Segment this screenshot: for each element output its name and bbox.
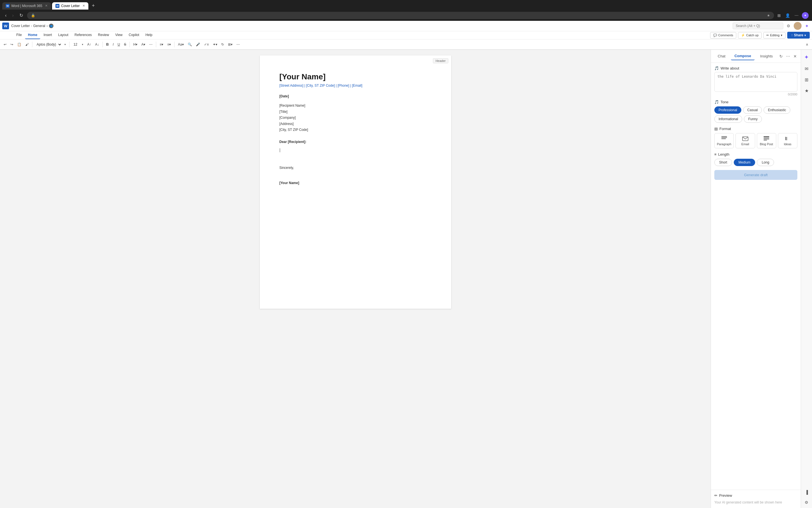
tab-cover[interactable]: W Cover Letter ✕ (52, 2, 88, 9)
tone-professional[interactable]: Professional (714, 107, 741, 114)
catchup-button[interactable]: ⚡ Catch up (738, 32, 762, 39)
copilot-top-button[interactable]: ✦ (804, 22, 810, 30)
italic-button[interactable]: I (111, 42, 115, 47)
settings-button[interactable]: ⚙ (785, 23, 792, 29)
menu-copilot[interactable]: Copilot (126, 31, 142, 39)
side-icons: ✦ ✉ ⊞ ★ ▐ ⚙ (801, 50, 812, 508)
reuse-button[interactable]: ↻ (220, 42, 225, 47)
font-increase-button[interactable]: A↑ (86, 42, 93, 47)
shared-icon: 👥 (49, 24, 53, 28)
tone-casual[interactable]: Casual (743, 107, 762, 114)
copilot-tab-insights[interactable]: Insights (757, 52, 776, 60)
font-color-button[interactable]: A▾ (140, 42, 146, 47)
new-tab-button[interactable]: + (89, 2, 97, 10)
menu-review[interactable]: Review (95, 31, 112, 39)
tab-word[interactable]: W Word | Microsoft 365 ✕ (2, 2, 51, 9)
redo-button[interactable]: ↪ (9, 42, 15, 47)
menu-help[interactable]: Help (143, 31, 155, 39)
extensions-button[interactable]: ⊞ (776, 12, 782, 19)
clipboard-button[interactable]: 📋 (16, 42, 23, 47)
menu-view[interactable]: View (112, 31, 125, 39)
tab-word-close[interactable]: ✕ (45, 4, 48, 8)
back-button[interactable]: ‹ (3, 12, 8, 19)
length-medium[interactable]: Medium (734, 159, 756, 166)
font-chevron[interactable]: ▾ (63, 42, 67, 47)
strikethrough-button[interactable]: S (122, 42, 128, 47)
tab-cover-close[interactable]: ✕ (82, 4, 85, 8)
copilot-refresh-button[interactable]: ↻ (778, 53, 783, 59)
copilot-tab-chat[interactable]: Chat (714, 52, 729, 60)
format-label: ▤ Format (714, 127, 797, 131)
table-button[interactable]: ⊞▾ (226, 42, 234, 47)
panel-toggle-icon[interactable]: ▐ (804, 488, 810, 496)
underline-button[interactable]: U (116, 42, 122, 47)
font-size-chevron[interactable]: ▾ (81, 42, 85, 47)
copilot-side-icon[interactable]: ✦ (803, 52, 811, 62)
page-header-label[interactable]: Header (433, 58, 448, 63)
write-about-input[interactable] (714, 72, 797, 92)
find-button[interactable]: 🔍 (186, 42, 194, 47)
more-toolbar[interactable]: ⋯ (148, 42, 154, 47)
breadcrumb-expand[interactable]: ▾ (46, 25, 48, 28)
menu-insert[interactable]: Insert (41, 31, 55, 39)
bold-button[interactable]: B (105, 41, 110, 47)
write-about-icon: 🎵 (714, 66, 719, 70)
star-side-icon[interactable]: ★ (803, 86, 810, 95)
main-area: Header [Your Name] [Street Address] | [C… (0, 50, 812, 508)
font-size-input[interactable] (72, 42, 79, 46)
profile-button[interactable]: 👤 (784, 12, 791, 19)
copilot-tab-compose[interactable]: Compose (731, 52, 754, 60)
editor-button[interactable]: ✓≡ (203, 42, 210, 47)
copilot-close-button[interactable]: ✕ (793, 53, 798, 59)
copilot-browser-icon[interactable]: ✦ (802, 12, 809, 19)
reload-button[interactable]: ↻ (18, 11, 25, 19)
tone-informational[interactable]: Informational (714, 115, 742, 123)
avatar[interactable] (794, 22, 802, 30)
ribbon-menu: File Home Insert Layout References Revie… (11, 31, 157, 39)
doc-area[interactable]: Header [Your Name] [Street Address] | [C… (0, 50, 711, 508)
length-short[interactable]: Short (714, 159, 732, 166)
ideas-icon (779, 136, 796, 141)
format-paragraph[interactable]: Paragraph (714, 133, 734, 148)
forward-button[interactable]: › (10, 12, 15, 19)
address-bar[interactable]: 🔒 https://onedrive.live.com/edit.aspx?ac… (27, 12, 774, 19)
ribbon-search[interactable] (733, 23, 783, 29)
breadcrumb-general: General (33, 24, 45, 28)
copilot-more-button[interactable]: ⋯ (785, 53, 791, 59)
align-button[interactable]: ≡▾ (166, 42, 172, 47)
menu-file[interactable]: File (13, 31, 25, 39)
format-icon: ▤ (714, 127, 718, 131)
generate-button[interactable]: Generate draft (714, 170, 797, 180)
collapse-ribbon[interactable]: ∧ (804, 42, 810, 47)
extra-toolbar[interactable]: ⋯ (235, 42, 241, 47)
svg-rect-1 (721, 137, 727, 138)
share-button[interactable]: ↑ Share ▾ (787, 32, 810, 39)
more-button[interactable]: ⋯ (794, 12, 800, 19)
menu-references[interactable]: References (72, 31, 94, 39)
tone-section: 🎵 Tone Professional Casual Enthusiastic … (714, 100, 797, 123)
tone-enthusiastic[interactable]: Enthusiastic (764, 107, 790, 114)
blog-icon (758, 136, 775, 141)
comments-button[interactable]: 💬 Comments (710, 32, 736, 39)
bullets-button[interactable]: ≡▾ (158, 42, 165, 47)
format-painter-button[interactable]: 🖌 (24, 42, 30, 47)
format-blog[interactable]: Blog Post (757, 133, 776, 148)
url-input[interactable]: https://onedrive.live.com/edit.aspx?acti… (37, 14, 765, 17)
undo-button[interactable]: ↩ (2, 42, 8, 47)
format-email[interactable]: Email (735, 133, 755, 148)
format-ideas[interactable]: Ideas (778, 133, 797, 148)
highlight-button[interactable]: H▾ (132, 42, 139, 47)
font-decrease-button[interactable]: A↓ (94, 42, 100, 47)
menu-home[interactable]: Home (25, 31, 40, 39)
font-family-selector[interactable]: Aptos (Body) (34, 42, 62, 47)
menu-layout[interactable]: Layout (55, 31, 71, 39)
styles-button[interactable]: Aa▾ (176, 42, 185, 47)
letter-side-icon[interactable]: ✉ (803, 65, 810, 73)
tone-funny[interactable]: Funny (744, 115, 762, 123)
editing-button[interactable]: ✏ Editing ▾ (763, 32, 785, 39)
dictate-button[interactable]: 🎤 (195, 42, 202, 47)
designer-button[interactable]: ✦▾ (211, 42, 219, 47)
settings-side-icon[interactable]: ⚙ (803, 499, 810, 506)
grid-side-icon[interactable]: ⊞ (803, 75, 810, 84)
length-long[interactable]: Long (757, 159, 774, 166)
